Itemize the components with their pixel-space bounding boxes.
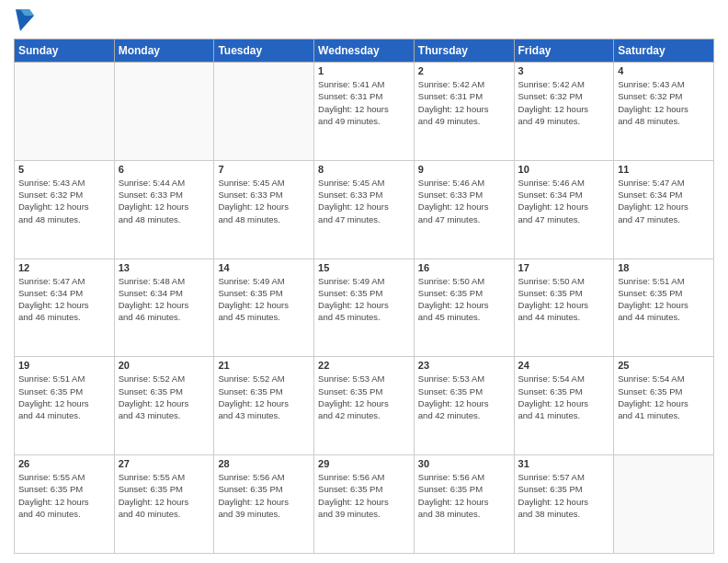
day-number: 30 — [418, 458, 510, 469]
calendar-cell: 26Sunrise: 5:55 AM Sunset: 6:35 PM Dayli… — [15, 455, 115, 554]
day-number: 14 — [218, 262, 310, 273]
day-number: 12 — [18, 262, 110, 273]
day-number: 22 — [318, 360, 410, 371]
day-info: Sunrise: 5:41 AM Sunset: 6:31 PM Dayligh… — [318, 78, 410, 127]
day-info: Sunrise: 5:57 AM Sunset: 6:35 PM Dayligh… — [518, 471, 610, 520]
calendar-cell: 30Sunrise: 5:56 AM Sunset: 6:35 PM Dayli… — [414, 455, 514, 554]
calendar-cell: 22Sunrise: 5:53 AM Sunset: 6:35 PM Dayli… — [314, 357, 415, 455]
day-info: Sunrise: 5:47 AM Sunset: 6:34 PM Dayligh… — [18, 275, 110, 324]
day-number: 4 — [618, 65, 710, 76]
calendar-cell — [114, 63, 214, 161]
weekday-header-row: SundayMondayTuesdayWednesdayThursdayFrid… — [15, 40, 714, 63]
day-info: Sunrise: 5:42 AM Sunset: 6:31 PM Dayligh… — [418, 78, 510, 127]
calendar-cell: 4Sunrise: 5:43 AM Sunset: 6:32 PM Daylig… — [614, 63, 714, 161]
calendar-cell: 8Sunrise: 5:45 AM Sunset: 6:33 PM Daylig… — [314, 160, 415, 259]
calendar-week-2: 5Sunrise: 5:43 AM Sunset: 6:32 PM Daylig… — [15, 160, 714, 259]
calendar-cell: 27Sunrise: 5:55 AM Sunset: 6:35 PM Dayli… — [114, 455, 214, 554]
day-number: 27 — [119, 458, 210, 469]
day-info: Sunrise: 5:55 AM Sunset: 6:35 PM Dayligh… — [18, 471, 110, 520]
weekday-header-saturday: Saturday — [614, 40, 714, 63]
calendar-cell: 31Sunrise: 5:57 AM Sunset: 6:35 PM Dayli… — [514, 455, 614, 554]
day-info: Sunrise: 5:52 AM Sunset: 6:35 PM Dayligh… — [218, 373, 310, 421]
calendar-cell: 10Sunrise: 5:46 AM Sunset: 6:34 PM Dayli… — [514, 160, 614, 259]
day-number: 10 — [518, 164, 610, 175]
calendar-cell: 16Sunrise: 5:50 AM Sunset: 6:35 PM Dayli… — [414, 259, 514, 357]
day-number: 17 — [518, 262, 610, 273]
weekday-header-friday: Friday — [514, 40, 614, 63]
calendar-cell: 18Sunrise: 5:51 AM Sunset: 6:35 PM Dayli… — [614, 259, 714, 357]
day-info: Sunrise: 5:43 AM Sunset: 6:32 PM Dayligh… — [618, 78, 710, 127]
weekday-header-sunday: Sunday — [15, 40, 115, 63]
calendar-cell: 28Sunrise: 5:56 AM Sunset: 6:35 PM Dayli… — [214, 455, 314, 554]
calendar-cell: 17Sunrise: 5:50 AM Sunset: 6:35 PM Dayli… — [514, 259, 614, 357]
calendar-week-1: 1Sunrise: 5:41 AM Sunset: 6:31 PM Daylig… — [15, 63, 714, 161]
day-info: Sunrise: 5:51 AM Sunset: 6:35 PM Dayligh… — [18, 373, 110, 421]
calendar-cell: 1Sunrise: 5:41 AM Sunset: 6:31 PM Daylig… — [314, 63, 415, 161]
calendar-cell: 23Sunrise: 5:53 AM Sunset: 6:35 PM Dayli… — [414, 357, 514, 455]
calendar-cell: 19Sunrise: 5:51 AM Sunset: 6:35 PM Dayli… — [15, 357, 115, 455]
day-number: 26 — [18, 458, 110, 469]
day-info: Sunrise: 5:55 AM Sunset: 6:35 PM Dayligh… — [119, 471, 210, 520]
day-number: 31 — [518, 458, 610, 469]
day-number: 7 — [218, 164, 310, 175]
calendar-cell: 15Sunrise: 5:49 AM Sunset: 6:35 PM Dayli… — [314, 259, 415, 357]
day-info: Sunrise: 5:49 AM Sunset: 6:35 PM Dayligh… — [318, 275, 410, 324]
day-number: 21 — [218, 360, 310, 371]
day-number: 5 — [18, 164, 110, 175]
day-number: 3 — [518, 65, 610, 76]
day-number: 16 — [418, 262, 510, 273]
calendar-cell: 29Sunrise: 5:56 AM Sunset: 6:35 PM Dayli… — [314, 455, 415, 554]
day-info: Sunrise: 5:50 AM Sunset: 6:35 PM Dayligh… — [418, 275, 510, 324]
day-info: Sunrise: 5:54 AM Sunset: 6:35 PM Dayligh… — [518, 373, 610, 421]
calendar-cell: 25Sunrise: 5:54 AM Sunset: 6:35 PM Dayli… — [614, 357, 714, 455]
day-info: Sunrise: 5:54 AM Sunset: 6:35 PM Dayligh… — [618, 373, 710, 421]
day-info: Sunrise: 5:53 AM Sunset: 6:35 PM Dayligh… — [318, 373, 410, 421]
day-number: 8 — [318, 164, 410, 175]
calendar-cell: 9Sunrise: 5:46 AM Sunset: 6:33 PM Daylig… — [414, 160, 514, 259]
calendar-cell: 5Sunrise: 5:43 AM Sunset: 6:32 PM Daylig… — [15, 160, 115, 259]
day-number: 2 — [418, 65, 510, 76]
weekday-header-tuesday: Tuesday — [214, 40, 314, 63]
day-number: 23 — [418, 360, 510, 371]
logo — [14, 9, 38, 31]
day-number: 20 — [119, 360, 210, 371]
day-info: Sunrise: 5:45 AM Sunset: 6:33 PM Dayligh… — [218, 177, 310, 225]
day-number: 15 — [318, 262, 410, 273]
day-info: Sunrise: 5:43 AM Sunset: 6:32 PM Dayligh… — [18, 177, 110, 225]
day-info: Sunrise: 5:52 AM Sunset: 6:35 PM Dayligh… — [119, 373, 210, 421]
day-info: Sunrise: 5:47 AM Sunset: 6:34 PM Dayligh… — [618, 177, 710, 225]
day-number: 11 — [618, 164, 710, 175]
day-info: Sunrise: 5:51 AM Sunset: 6:35 PM Dayligh… — [618, 275, 710, 324]
day-info: Sunrise: 5:56 AM Sunset: 6:35 PM Dayligh… — [218, 471, 310, 520]
day-info: Sunrise: 5:45 AM Sunset: 6:33 PM Dayligh… — [318, 177, 410, 225]
calendar-cell — [15, 63, 115, 161]
calendar-cell: 20Sunrise: 5:52 AM Sunset: 6:35 PM Dayli… — [114, 357, 214, 455]
calendar-week-4: 19Sunrise: 5:51 AM Sunset: 6:35 PM Dayli… — [15, 357, 714, 455]
day-info: Sunrise: 5:49 AM Sunset: 6:35 PM Dayligh… — [218, 275, 310, 324]
day-info: Sunrise: 5:56 AM Sunset: 6:35 PM Dayligh… — [418, 471, 510, 520]
day-number: 28 — [218, 458, 310, 469]
calendar-cell: 12Sunrise: 5:47 AM Sunset: 6:34 PM Dayli… — [15, 259, 115, 357]
day-info: Sunrise: 5:53 AM Sunset: 6:35 PM Dayligh… — [418, 373, 510, 421]
day-number: 13 — [119, 262, 210, 273]
calendar-cell — [214, 63, 314, 161]
day-info: Sunrise: 5:50 AM Sunset: 6:35 PM Dayligh… — [518, 275, 610, 324]
calendar-cell: 6Sunrise: 5:44 AM Sunset: 6:33 PM Daylig… — [114, 160, 214, 259]
calendar-cell: 7Sunrise: 5:45 AM Sunset: 6:33 PM Daylig… — [214, 160, 314, 259]
day-number: 18 — [618, 262, 710, 273]
day-number: 1 — [318, 65, 410, 76]
logo-icon — [16, 9, 34, 31]
calendar-week-5: 26Sunrise: 5:55 AM Sunset: 6:35 PM Dayli… — [15, 455, 714, 554]
day-number: 19 — [18, 360, 110, 371]
calendar-cell — [614, 455, 714, 554]
day-number: 6 — [119, 164, 210, 175]
calendar-cell: 14Sunrise: 5:49 AM Sunset: 6:35 PM Dayli… — [214, 259, 314, 357]
page: SundayMondayTuesdayWednesdayThursdayFrid… — [0, 0, 728, 563]
weekday-header-monday: Monday — [114, 40, 214, 63]
calendar-cell: 21Sunrise: 5:52 AM Sunset: 6:35 PM Dayli… — [214, 357, 314, 455]
weekday-header-wednesday: Wednesday — [314, 40, 415, 63]
day-info: Sunrise: 5:46 AM Sunset: 6:34 PM Dayligh… — [518, 177, 610, 225]
calendar-cell: 13Sunrise: 5:48 AM Sunset: 6:34 PM Dayli… — [114, 259, 214, 357]
calendar-cell: 24Sunrise: 5:54 AM Sunset: 6:35 PM Dayli… — [514, 357, 614, 455]
calendar-cell: 3Sunrise: 5:42 AM Sunset: 6:32 PM Daylig… — [514, 63, 614, 161]
